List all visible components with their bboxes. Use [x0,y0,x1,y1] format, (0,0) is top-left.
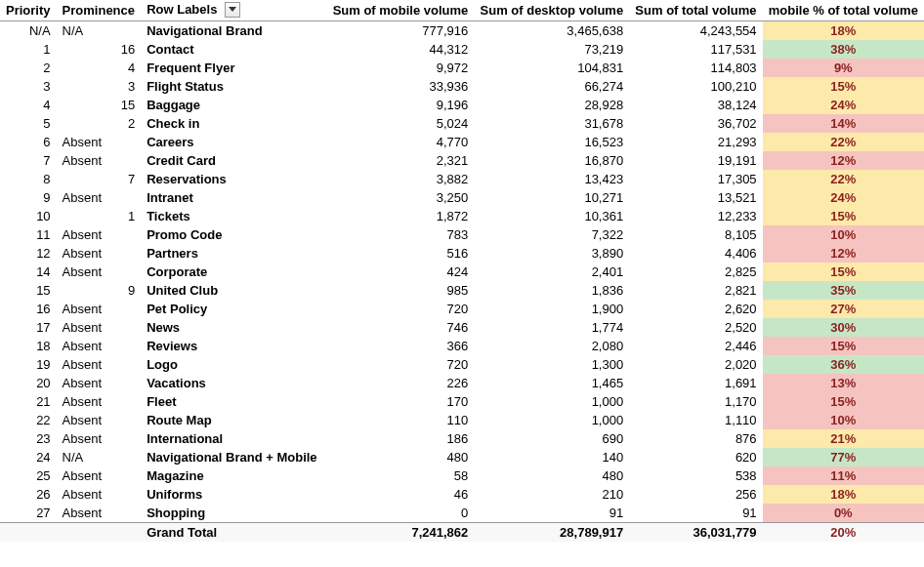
cell-total[interactable]: 538 [629,466,762,485]
cell-prominence[interactable]: 7 [57,170,142,188]
cell-priority[interactable]: 3 [0,77,57,96]
cell-priority[interactable]: 26 [0,485,57,504]
col-header-sum-desktop[interactable]: Sum of desktop volume [474,0,629,20]
cell-total[interactable]: 19,191 [629,151,762,170]
cell-label[interactable]: Pet Policy [141,300,326,318]
cell-mobile-pct[interactable]: 15% [763,207,924,225]
cell-label[interactable]: International [141,429,326,448]
cell-label[interactable]: Vacations [141,374,326,392]
cell-label[interactable]: Intranet [141,188,326,207]
cell-mobile-pct[interactable]: 35% [763,281,924,300]
cell-prominence[interactable]: Absent [57,318,142,337]
cell-label[interactable]: Careers [141,133,326,151]
gt-total[interactable]: 36,031,779 [629,522,762,542]
cell-total[interactable]: 2,520 [629,318,762,337]
cell-total[interactable]: 876 [629,429,762,448]
cell-mobile-pct[interactable]: 15% [763,77,924,96]
gt-label[interactable]: Grand Total [141,522,326,542]
cell-desktop[interactable]: 690 [474,429,629,448]
cell-total[interactable]: 12,233 [629,207,762,225]
cell-priority[interactable]: 6 [0,133,57,151]
cell-desktop[interactable]: 1,000 [474,411,629,429]
cell-priority[interactable]: 25 [0,466,57,485]
cell-mobile[interactable]: 46 [326,485,474,504]
cell-mobile[interactable]: 110 [326,411,474,429]
cell-total[interactable]: 4,243,554 [629,20,762,40]
cell-prominence[interactable]: Absent [57,151,142,170]
cell-mobile[interactable]: 366 [326,337,474,355]
cell-desktop[interactable]: 10,361 [474,207,629,225]
cell-priority[interactable]: 16 [0,300,57,318]
cell-desktop[interactable]: 73,219 [474,40,629,59]
cell-prominence[interactable]: Absent [57,337,142,355]
cell-priority[interactable]: 14 [0,263,57,281]
cell-prominence[interactable]: Absent [57,392,142,411]
cell-total[interactable]: 36,702 [629,114,762,133]
cell-desktop[interactable]: 3,890 [474,244,629,263]
cell-mobile[interactable]: 44,312 [326,40,474,59]
cell-mobile-pct[interactable]: 14% [763,114,924,133]
cell-mobile-pct[interactable]: 13% [763,374,924,392]
cell-mobile-pct[interactable]: 30% [763,318,924,337]
filter-dropdown-icon[interactable] [225,2,240,18]
cell-mobile-pct[interactable]: 21% [763,429,924,448]
cell-label[interactable]: Shopping [141,504,326,523]
cell-prominence[interactable]: Absent [57,411,142,429]
cell-prominence[interactable]: Absent [57,225,142,244]
gt-prominence[interactable] [57,522,142,542]
cell-mobile[interactable]: 9,972 [326,59,474,77]
cell-desktop[interactable]: 1,300 [474,355,629,374]
col-header-sum-mobile[interactable]: Sum of mobile volume [326,0,474,20]
cell-total[interactable]: 1,110 [629,411,762,429]
cell-mobile-pct[interactable]: 12% [763,244,924,263]
gt-desktop[interactable]: 28,789,917 [474,522,629,542]
cell-mobile[interactable]: 4,770 [326,133,474,151]
cell-priority[interactable]: 23 [0,429,57,448]
cell-mobile[interactable]: 985 [326,281,474,300]
cell-mobile[interactable]: 480 [326,448,474,466]
cell-mobile-pct[interactable]: 12% [763,151,924,170]
cell-mobile-pct[interactable]: 9% [763,59,924,77]
cell-label[interactable]: Navigational Brand + Mobile [141,448,326,466]
cell-total[interactable]: 13,521 [629,188,762,207]
cell-mobile-pct[interactable]: 10% [763,411,924,429]
cell-mobile[interactable]: 783 [326,225,474,244]
cell-desktop[interactable]: 1,774 [474,318,629,337]
cell-label[interactable]: Tickets [141,207,326,225]
cell-priority[interactable]: 10 [0,207,57,225]
cell-label[interactable]: Fleet [141,392,326,411]
cell-priority[interactable]: 15 [0,281,57,300]
cell-desktop[interactable]: 2,401 [474,263,629,281]
cell-mobile[interactable]: 777,916 [326,20,474,40]
cell-priority[interactable]: 21 [0,392,57,411]
cell-total[interactable]: 2,446 [629,337,762,355]
cell-total[interactable]: 2,020 [629,355,762,374]
cell-prominence[interactable]: 1 [57,207,142,225]
cell-desktop[interactable]: 1,000 [474,392,629,411]
cell-priority[interactable]: 11 [0,225,57,244]
cell-mobile[interactable]: 58 [326,466,474,485]
cell-total[interactable]: 1,170 [629,392,762,411]
cell-priority[interactable]: 17 [0,318,57,337]
cell-label[interactable]: Reservations [141,170,326,188]
cell-prominence[interactable]: Absent [57,374,142,392]
col-header-sum-total[interactable]: Sum of total volume [629,0,762,20]
col-header-row-labels[interactable]: Row Labels [141,0,326,20]
cell-mobile-pct[interactable]: 18% [763,20,924,40]
cell-label[interactable]: Magazine [141,466,326,485]
cell-total[interactable]: 8,105 [629,225,762,244]
cell-desktop[interactable]: 1,836 [474,281,629,300]
cell-total[interactable]: 620 [629,448,762,466]
cell-total[interactable]: 4,406 [629,244,762,263]
cell-priority[interactable]: 4 [0,96,57,114]
cell-priority[interactable]: 8 [0,170,57,188]
cell-total[interactable]: 2,825 [629,263,762,281]
cell-label[interactable]: Corporate [141,263,326,281]
cell-mobile-pct[interactable]: 24% [763,188,924,207]
cell-total[interactable]: 2,821 [629,281,762,300]
cell-label[interactable]: Contact [141,40,326,59]
cell-prominence[interactable]: Absent [57,244,142,263]
cell-label[interactable]: Reviews [141,337,326,355]
cell-mobile-pct[interactable]: 0% [763,504,924,523]
gt-mobile[interactable]: 7,241,862 [326,522,474,542]
